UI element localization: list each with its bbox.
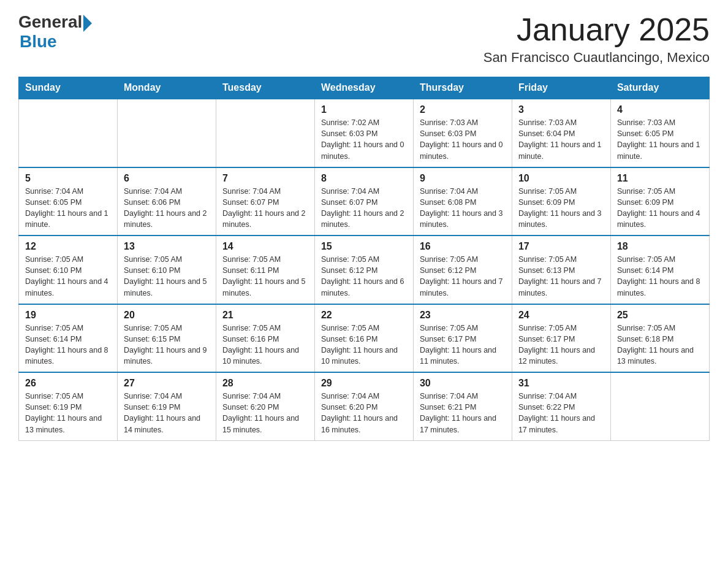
day-info: Sunrise: 7:04 AM Sunset: 6:20 PM Dayligh… xyxy=(321,391,407,435)
day-number: 4 xyxy=(617,104,703,115)
day-number: 21 xyxy=(222,310,308,321)
calendar-cell: 23Sunrise: 7:05 AM Sunset: 6:17 PM Dayli… xyxy=(413,304,512,373)
calendar-header-saturday: Saturday xyxy=(610,77,709,99)
day-info: Sunrise: 7:05 AM Sunset: 6:19 PM Dayligh… xyxy=(25,391,111,435)
calendar-cell xyxy=(117,99,216,167)
calendar-cell xyxy=(216,99,314,167)
calendar-cell: 19Sunrise: 7:05 AM Sunset: 6:14 PM Dayli… xyxy=(19,304,118,373)
calendar-cell: 18Sunrise: 7:05 AM Sunset: 6:14 PM Dayli… xyxy=(610,236,709,304)
week-row-2: 5Sunrise: 7:04 AM Sunset: 6:05 PM Daylig… xyxy=(19,167,710,236)
day-number: 14 xyxy=(222,241,308,252)
day-info: Sunrise: 7:05 AM Sunset: 6:10 PM Dayligh… xyxy=(25,254,111,299)
day-number: 20 xyxy=(124,310,210,321)
day-number: 9 xyxy=(420,173,506,184)
calendar-header-monday: Monday xyxy=(117,77,216,99)
day-number: 5 xyxy=(25,173,111,184)
day-info: Sunrise: 7:05 AM Sunset: 6:10 PM Dayligh… xyxy=(124,254,210,299)
day-info: Sunrise: 7:05 AM Sunset: 6:18 PM Dayligh… xyxy=(617,323,703,367)
calendar-cell: 8Sunrise: 7:04 AM Sunset: 6:07 PM Daylig… xyxy=(314,167,413,236)
calendar-cell: 12Sunrise: 7:05 AM Sunset: 6:10 PM Dayli… xyxy=(19,236,118,304)
calendar-cell: 2Sunrise: 7:03 AM Sunset: 6:03 PM Daylig… xyxy=(413,99,512,167)
calendar-cell: 27Sunrise: 7:04 AM Sunset: 6:19 PM Dayli… xyxy=(117,372,216,440)
calendar-table: SundayMondayTuesdayWednesdayThursdayFrid… xyxy=(18,77,710,441)
calendar-cell: 31Sunrise: 7:04 AM Sunset: 6:22 PM Dayli… xyxy=(512,372,610,440)
calendar-cell xyxy=(19,99,118,167)
day-info: Sunrise: 7:04 AM Sunset: 6:07 PM Dayligh… xyxy=(222,186,308,231)
week-row-3: 12Sunrise: 7:05 AM Sunset: 6:10 PM Dayli… xyxy=(19,236,710,304)
day-info: Sunrise: 7:05 AM Sunset: 6:09 PM Dayligh… xyxy=(518,186,604,231)
day-number: 11 xyxy=(617,173,703,184)
calendar-cell: 16Sunrise: 7:05 AM Sunset: 6:12 PM Dayli… xyxy=(413,236,512,304)
calendar-title: January 2025 xyxy=(483,12,710,47)
day-number: 26 xyxy=(25,378,111,389)
calendar-cell: 30Sunrise: 7:04 AM Sunset: 6:21 PM Dayli… xyxy=(413,372,512,440)
day-number: 15 xyxy=(321,241,407,252)
day-number: 1 xyxy=(321,104,407,115)
calendar-header-sunday: Sunday xyxy=(19,77,118,99)
calendar-cell: 9Sunrise: 7:04 AM Sunset: 6:08 PM Daylig… xyxy=(413,167,512,236)
day-number: 13 xyxy=(124,241,210,252)
day-number: 10 xyxy=(518,173,604,184)
week-row-5: 26Sunrise: 7:05 AM Sunset: 6:19 PM Dayli… xyxy=(19,372,710,440)
day-number: 12 xyxy=(25,241,111,252)
calendar-header-friday: Friday xyxy=(512,77,610,99)
calendar-cell: 25Sunrise: 7:05 AM Sunset: 6:18 PM Dayli… xyxy=(610,304,709,373)
day-info: Sunrise: 7:05 AM Sunset: 6:12 PM Dayligh… xyxy=(420,254,506,299)
calendar-cell: 5Sunrise: 7:04 AM Sunset: 6:05 PM Daylig… xyxy=(19,167,118,236)
logo-blue-text: Blue xyxy=(20,32,57,52)
day-info: Sunrise: 7:05 AM Sunset: 6:13 PM Dayligh… xyxy=(518,254,604,299)
day-info: Sunrise: 7:05 AM Sunset: 6:14 PM Dayligh… xyxy=(617,254,703,299)
day-info: Sunrise: 7:05 AM Sunset: 6:12 PM Dayligh… xyxy=(321,254,407,299)
week-row-4: 19Sunrise: 7:05 AM Sunset: 6:14 PM Dayli… xyxy=(19,304,710,373)
calendar-cell: 24Sunrise: 7:05 AM Sunset: 6:17 PM Dayli… xyxy=(512,304,610,373)
day-number: 27 xyxy=(124,378,210,389)
day-info: Sunrise: 7:04 AM Sunset: 6:05 PM Dayligh… xyxy=(25,186,111,231)
day-info: Sunrise: 7:04 AM Sunset: 6:22 PM Dayligh… xyxy=(518,391,604,435)
day-number: 19 xyxy=(25,310,111,321)
calendar-cell: 26Sunrise: 7:05 AM Sunset: 6:19 PM Dayli… xyxy=(19,372,118,440)
calendar-cell: 11Sunrise: 7:05 AM Sunset: 6:09 PM Dayli… xyxy=(610,167,709,236)
week-row-1: 1Sunrise: 7:02 AM Sunset: 6:03 PM Daylig… xyxy=(19,99,710,167)
logo-arrow-icon xyxy=(83,15,92,32)
day-info: Sunrise: 7:04 AM Sunset: 6:07 PM Dayligh… xyxy=(321,186,407,231)
day-info: Sunrise: 7:05 AM Sunset: 6:16 PM Dayligh… xyxy=(222,323,308,367)
day-info: Sunrise: 7:03 AM Sunset: 6:03 PM Dayligh… xyxy=(420,117,506,162)
day-info: Sunrise: 7:04 AM Sunset: 6:06 PM Dayligh… xyxy=(124,186,210,231)
day-number: 29 xyxy=(321,378,407,389)
day-number: 17 xyxy=(518,241,604,252)
day-number: 22 xyxy=(321,310,407,321)
title-block: January 2025 San Francisco Cuautlancingo… xyxy=(483,12,710,66)
day-info: Sunrise: 7:04 AM Sunset: 6:21 PM Dayligh… xyxy=(420,391,506,435)
day-info: Sunrise: 7:05 AM Sunset: 6:09 PM Dayligh… xyxy=(617,186,703,231)
day-number: 6 xyxy=(124,173,210,184)
day-number: 25 xyxy=(617,310,703,321)
calendar-cell: 7Sunrise: 7:04 AM Sunset: 6:07 PM Daylig… xyxy=(216,167,314,236)
day-info: Sunrise: 7:03 AM Sunset: 6:04 PM Dayligh… xyxy=(518,117,604,162)
calendar-cell: 21Sunrise: 7:05 AM Sunset: 6:16 PM Dayli… xyxy=(216,304,314,373)
day-info: Sunrise: 7:05 AM Sunset: 6:15 PM Dayligh… xyxy=(124,323,210,367)
calendar-cell: 13Sunrise: 7:05 AM Sunset: 6:10 PM Dayli… xyxy=(117,236,216,304)
day-info: Sunrise: 7:05 AM Sunset: 6:16 PM Dayligh… xyxy=(321,323,407,367)
calendar-cell: 20Sunrise: 7:05 AM Sunset: 6:15 PM Dayli… xyxy=(117,304,216,373)
day-info: Sunrise: 7:04 AM Sunset: 6:20 PM Dayligh… xyxy=(222,391,308,435)
calendar-cell: 22Sunrise: 7:05 AM Sunset: 6:16 PM Dayli… xyxy=(314,304,413,373)
calendar-cell: 6Sunrise: 7:04 AM Sunset: 6:06 PM Daylig… xyxy=(117,167,216,236)
calendar-cell: 29Sunrise: 7:04 AM Sunset: 6:20 PM Dayli… xyxy=(314,372,413,440)
day-info: Sunrise: 7:05 AM Sunset: 6:11 PM Dayligh… xyxy=(222,254,308,299)
day-info: Sunrise: 7:04 AM Sunset: 6:08 PM Dayligh… xyxy=(420,186,506,231)
calendar-cell: 15Sunrise: 7:05 AM Sunset: 6:12 PM Dayli… xyxy=(314,236,413,304)
day-number: 23 xyxy=(420,310,506,321)
calendar-cell: 10Sunrise: 7:05 AM Sunset: 6:09 PM Dayli… xyxy=(512,167,610,236)
logo: General Blue xyxy=(18,12,92,52)
day-number: 7 xyxy=(222,173,308,184)
day-number: 28 xyxy=(222,378,308,389)
calendar-cell: 3Sunrise: 7:03 AM Sunset: 6:04 PM Daylig… xyxy=(512,99,610,167)
day-number: 16 xyxy=(420,241,506,252)
calendar-cell: 28Sunrise: 7:04 AM Sunset: 6:20 PM Dayli… xyxy=(216,372,314,440)
day-number: 24 xyxy=(518,310,604,321)
day-number: 2 xyxy=(420,104,506,115)
day-number: 31 xyxy=(518,378,604,389)
calendar-cell: 14Sunrise: 7:05 AM Sunset: 6:11 PM Dayli… xyxy=(216,236,314,304)
day-info: Sunrise: 7:02 AM Sunset: 6:03 PM Dayligh… xyxy=(321,117,407,162)
day-info: Sunrise: 7:05 AM Sunset: 6:17 PM Dayligh… xyxy=(420,323,506,367)
